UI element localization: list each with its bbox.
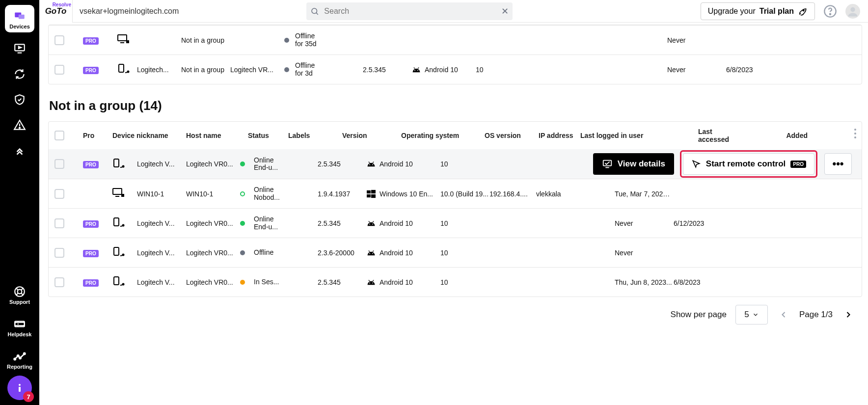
row-checkbox[interactable] xyxy=(54,159,64,169)
svg-rect-51 xyxy=(367,194,371,197)
start-remote-highlight: Start remote control PRO xyxy=(680,150,817,178)
svg-rect-29 xyxy=(119,64,124,72)
table-row[interactable]: PRO Logitech V... Logitech VR0... In Ses… xyxy=(49,267,862,297)
added: 6/8/2023 xyxy=(726,66,785,74)
table-row[interactable]: PRO Logitech... Not in a group Logitech … xyxy=(49,54,862,84)
clear-search-icon[interactable]: ✕ xyxy=(501,6,509,17)
row-checkbox[interactable] xyxy=(54,35,64,45)
info-button[interactable]: 7 xyxy=(7,376,32,400)
view-details-button[interactable]: View details xyxy=(593,153,674,175)
os: Windows 10 En... xyxy=(367,189,440,198)
svg-point-18 xyxy=(19,384,21,386)
table-row[interactable]: PRO Logitech V... Logitech VR0... Offlin… xyxy=(49,238,862,267)
col-pro[interactable]: Pro xyxy=(83,132,112,139)
section-title: Not in a group (14) xyxy=(49,98,862,113)
last-user: vlekkala xyxy=(536,190,615,198)
os-version: 10 xyxy=(440,219,489,227)
nav-updates[interactable] xyxy=(5,63,34,83)
row-checkbox[interactable] xyxy=(54,65,64,75)
status-dot xyxy=(240,162,245,166)
top-bar: vsekar+logmeinlogitech.com ✕ Upgrade you… xyxy=(73,0,868,23)
android-icon xyxy=(412,67,421,73)
svg-point-39 xyxy=(123,165,124,167)
svg-point-66 xyxy=(123,284,124,285)
nav-support[interactable]: Support xyxy=(5,280,34,308)
version: 2.5.345 xyxy=(318,219,367,227)
select-all-checkbox[interactable] xyxy=(54,131,64,140)
row-more-button[interactable]: ••• xyxy=(824,153,852,175)
host-name: Logitech VR0... xyxy=(186,278,240,286)
row-checkbox[interactable] xyxy=(54,218,64,228)
table-options-button[interactable] xyxy=(854,128,857,141)
search-field[interactable]: ✕ xyxy=(306,2,513,20)
status-text: OnlineEnd-u... xyxy=(254,216,318,231)
os: Android 10 xyxy=(367,160,440,168)
nav-shield[interactable] xyxy=(5,88,34,109)
prev-page-button[interactable] xyxy=(777,308,790,322)
notification-badge: 7 xyxy=(23,391,34,402)
os-version: 10 xyxy=(440,249,489,257)
table-row[interactable]: WIN10-1 WIN10-1 OnlineNobod... 1.9.4.193… xyxy=(49,179,862,208)
col-added[interactable]: Added xyxy=(786,132,808,139)
table-row[interactable]: PRO Not in a group Offlinefor 35d Never xyxy=(49,25,862,54)
last-accessed: Never xyxy=(615,249,674,257)
nav-collapse[interactable] xyxy=(5,139,34,160)
table-row[interactable]: PRO Logitech V... Logitech VR0... Online… xyxy=(49,149,862,179)
version: 2.5.345 xyxy=(318,160,367,168)
upgrade-bold: Trial plan xyxy=(760,7,794,16)
os-version: 10.0 (Build 19... xyxy=(440,190,489,198)
help-button[interactable] xyxy=(823,4,838,19)
mobile-icon xyxy=(112,276,126,286)
col-nickname[interactable]: Device nickname xyxy=(112,132,186,139)
svg-line-58 xyxy=(373,221,374,222)
shield-check-icon xyxy=(13,93,26,106)
status-text: OnlineEnd-u... xyxy=(254,157,318,172)
svg-line-69 xyxy=(369,280,370,281)
nav-reporting[interactable]: Reporting xyxy=(5,345,34,373)
info-icon xyxy=(14,382,26,394)
svg-rect-65 xyxy=(114,277,119,285)
svg-line-8 xyxy=(16,288,18,290)
svg-rect-49 xyxy=(367,190,371,193)
alert-triangle-icon xyxy=(13,119,26,132)
device-nickname: Logitech V... xyxy=(137,219,186,227)
next-page-button[interactable] xyxy=(841,308,855,322)
nav-devices[interactable]: Devices xyxy=(5,5,34,32)
upgrade-plan-button[interactable]: Upgrade your Trial plan xyxy=(701,2,815,20)
start-remote-control-button[interactable]: Start remote control PRO xyxy=(683,153,814,175)
nav-support-label: Support xyxy=(9,299,30,305)
nav-alerts[interactable] xyxy=(5,114,34,135)
row-checkbox[interactable] xyxy=(54,277,64,287)
search-input[interactable] xyxy=(323,6,501,16)
chart-line-icon xyxy=(13,350,26,363)
row-checkbox[interactable] xyxy=(54,189,64,199)
table-row[interactable]: PRO Logitech V... Logitech VR0... Online… xyxy=(49,208,862,238)
col-lastuser[interactable]: Last logged in user xyxy=(580,132,674,139)
status-text: Offlinefor 35d xyxy=(295,32,317,48)
per-page-select[interactable]: 5 xyxy=(735,305,768,324)
os: Android 10 xyxy=(367,219,440,227)
row-checkbox[interactable] xyxy=(54,248,64,258)
svg-rect-19 xyxy=(19,387,21,392)
user-avatar[interactable] xyxy=(845,4,860,19)
chevron-right-icon xyxy=(843,310,853,320)
page-indicator: Page 1/3 xyxy=(799,310,833,320)
col-os[interactable]: Operating system xyxy=(401,132,489,139)
nav-remote-screen[interactable] xyxy=(5,37,34,58)
svg-line-43 xyxy=(373,162,374,163)
col-host[interactable]: Host name xyxy=(186,132,240,139)
device-nickname: Logitech V... xyxy=(137,160,186,168)
svg-line-57 xyxy=(369,221,370,222)
brand-logo[interactable]: GoTo Resolve xyxy=(39,0,73,23)
col-osver[interactable]: OS version xyxy=(485,132,536,139)
os-version: 10 xyxy=(476,66,510,74)
nav-helpdesk[interactable]: Helpdesk xyxy=(5,313,34,340)
svg-line-21 xyxy=(316,13,318,15)
os: Android 10 xyxy=(412,66,476,74)
desktop-icon xyxy=(117,34,131,44)
version: 2.3.6-20000 xyxy=(318,249,367,257)
os: Android 10 xyxy=(367,249,440,257)
svg-line-9 xyxy=(21,293,23,295)
svg-rect-52 xyxy=(371,194,376,197)
col-lastacc[interactable]: Last accessed xyxy=(698,128,718,143)
